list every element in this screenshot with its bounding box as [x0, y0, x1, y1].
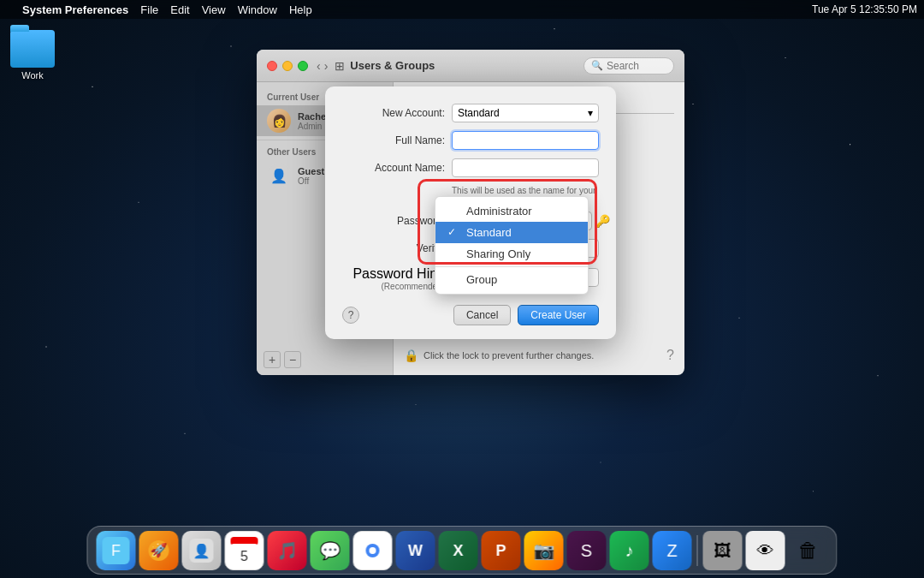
dock-item-powerpoint[interactable]: P	[482, 531, 521, 570]
menubar-left: System Preferences File Edit View Window…	[7, 3, 312, 16]
dropdown-separator	[435, 266, 588, 267]
dock-item-photos[interactable]: 📷	[524, 531, 564, 570]
account-name-label: Account Name:	[342, 162, 445, 174]
dialog-overlay: New Account: Standard ▾ Full Name: Accou…	[257, 50, 684, 375]
desktop-folder[interactable]: Work	[10, 30, 55, 80]
account-name-row: Account Name:	[342, 158, 599, 177]
dropdown-item-standard[interactable]: ✓ Standard	[435, 222, 588, 243]
dropdown-label-standard: Standard	[466, 226, 512, 239]
password-key-icon[interactable]: 🔑	[595, 214, 610, 228]
verify-label: Verify:	[342, 242, 445, 254]
menubar-view[interactable]: View	[202, 3, 226, 16]
hint-label-group: Password Hint: (Recommended)	[342, 266, 445, 291]
dock-item-music[interactable]: 🎵	[268, 531, 307, 570]
dropdown-label-sharing-only: Sharing Only	[466, 247, 530, 260]
menubar-help[interactable]: Help	[289, 3, 312, 16]
dock-item-launchpad[interactable]: 🚀	[139, 531, 179, 570]
account-type-dropdown: Administrator ✓ Standard Sharing Only Gr…	[435, 196, 589, 295]
create-user-button[interactable]: Create User	[518, 305, 599, 325]
dropdown-item-sharing-only[interactable]: Sharing Only	[435, 243, 588, 265]
folder-label: Work	[21, 70, 43, 80]
full-name-input[interactable]	[452, 131, 599, 150]
dock-item-excel[interactable]: X	[439, 531, 478, 570]
new-account-row: New Account: Standard ▾	[342, 104, 599, 122]
select-chevron: ▾	[588, 107, 593, 119]
dropdown-item-group[interactable]: Group	[435, 269, 588, 290]
dropdown-label-group: Group	[466, 273, 497, 286]
menubar-right: Tue Apr 5 12:35:50 PM	[812, 3, 917, 15]
menubar-file[interactable]: File	[140, 3, 158, 16]
dock-item-slack[interactable]: S	[567, 531, 607, 570]
account-name-input[interactable]	[452, 158, 599, 177]
menubar: System Preferences File Edit View Window…	[0, 0, 924, 19]
dialog-buttons: ? Cancel Create User	[342, 305, 599, 325]
full-name-label: Full Name:	[342, 134, 445, 146]
dock-item-chrome[interactable]	[353, 531, 393, 570]
dock-item-messages[interactable]: 💬	[311, 531, 350, 570]
menubar-app-name[interactable]: System Preferences	[22, 3, 128, 16]
check-mark-standard: ✓	[447, 226, 459, 238]
dock-item-finder[interactable]: F	[97, 531, 136, 570]
dropdown-label-administrator: Administrator	[466, 205, 532, 217]
dock-item-word[interactable]: W	[396, 531, 435, 570]
svg-text:F: F	[111, 542, 121, 559]
dock-item-trash[interactable]: 🗑	[789, 531, 828, 570]
svg-point-11	[370, 547, 376, 554]
full-name-row: Full Name:	[342, 131, 599, 150]
password-label: Password:	[342, 215, 445, 227]
dock-item-zoom[interactable]: Z	[653, 531, 692, 570]
menubar-time: Tue Apr 5 12:35:50 PM	[812, 3, 917, 15]
dock-divider	[697, 535, 698, 566]
dock-item-preview[interactable]: 👁	[746, 531, 785, 570]
folder-icon	[10, 30, 55, 68]
dock-item-calendar[interactable]: 5	[225, 531, 264, 570]
svg-text:5: 5	[240, 549, 248, 563]
menubar-edit[interactable]: Edit	[170, 3, 189, 16]
svg-text:👤: 👤	[193, 543, 210, 559]
password-hint-label: Password Hint:	[342, 266, 445, 282]
dropdown-item-administrator[interactable]: Administrator	[435, 200, 588, 222]
dock-item-iphoto[interactable]: 🖼	[703, 531, 743, 570]
password-hint-sub: (Recommended)	[342, 282, 445, 291]
account-type-select[interactable]: Standard ▾	[452, 104, 599, 122]
dock-item-spotify[interactable]: ♪	[610, 531, 649, 570]
svg-text:🚀: 🚀	[151, 542, 168, 558]
cancel-button[interactable]: Cancel	[453, 305, 511, 325]
menubar-window[interactable]: Window	[238, 3, 277, 16]
account-type-value: Standard	[458, 107, 500, 119]
help-button[interactable]: ?	[342, 307, 359, 324]
create-user-dialog: New Account: Standard ▾ Full Name: Accou…	[325, 86, 616, 339]
dock: F 🚀 👤 5 🎵 💬 W X P 📷 S ♪ Z 🖼 👁	[87, 526, 838, 575]
dock-item-contacts[interactable]: 👤	[182, 531, 222, 570]
new-account-label: New Account:	[342, 107, 445, 119]
